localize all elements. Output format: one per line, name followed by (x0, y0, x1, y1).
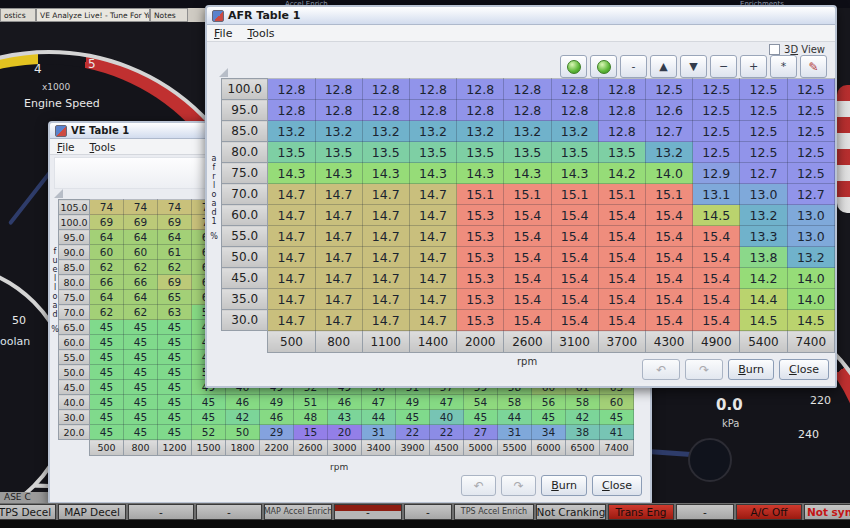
tab-notes[interactable]: Notes (150, 8, 188, 22)
afr-cell[interactable]: 12.8 (598, 121, 645, 142)
afr-cell[interactable]: 12.8 (362, 79, 409, 100)
ve-cell[interactable]: 15 (294, 425, 328, 440)
ve-close-button[interactable]: Close (592, 475, 642, 496)
ve-cell[interactable]: 45 (90, 320, 124, 335)
afr-cell[interactable]: 15.1 (457, 184, 504, 205)
afr-cell[interactable]: 15.3 (457, 247, 504, 268)
afr-cell[interactable]: 14.7 (362, 184, 409, 205)
ve-cell[interactable]: 62 (90, 260, 124, 275)
afr-cell[interactable]: 13.2 (740, 205, 787, 226)
afr-cell[interactable]: 14.7 (268, 268, 315, 289)
afr-cell[interactable]: 15.4 (504, 310, 551, 331)
afr-cell[interactable]: 13.0 (787, 205, 834, 226)
afr-undo-button[interactable]: ↶ (642, 359, 680, 380)
ve-cell[interactable]: 65 (158, 290, 192, 305)
afr-cell[interactable]: 12.8 (551, 79, 598, 100)
ve-cell[interactable]: 58 (498, 395, 532, 410)
afr-cell[interactable]: 13.2 (362, 121, 409, 142)
ve-cell[interactable]: 47 (362, 395, 396, 410)
afr-cell[interactable]: 15.3 (457, 205, 504, 226)
decrement-button[interactable]: − (710, 55, 737, 78)
afr-cell[interactable]: 12.8 (551, 100, 598, 121)
ve-cell[interactable]: 38 (566, 425, 600, 440)
afr-cell[interactable]: 14.2 (598, 163, 645, 184)
ve-cell[interactable]: 56 (532, 395, 566, 410)
afr-cell[interactable]: 14.7 (315, 226, 362, 247)
afr-cell[interactable]: 13.5 (457, 142, 504, 163)
afr-cell[interactable]: 12.7 (787, 184, 834, 205)
afr-cell[interactable]: 13.5 (315, 142, 362, 163)
ve-cell[interactable]: 45 (158, 350, 192, 365)
afr-cell[interactable]: 14.5 (693, 205, 740, 226)
afr-menu-tools[interactable]: Tools (247, 27, 274, 40)
ve-cell[interactable]: 43 (328, 410, 362, 425)
ve-cell[interactable]: 29 (260, 425, 294, 440)
afr-cell[interactable]: 14.3 (268, 163, 315, 184)
afr-cell[interactable]: 12.7 (740, 163, 787, 184)
ve-cell[interactable]: 22 (396, 425, 430, 440)
afr-cell[interactable]: 15.1 (504, 184, 551, 205)
afr-cell[interactable]: 12.8 (457, 100, 504, 121)
afr-cell[interactable]: 15.4 (693, 247, 740, 268)
ve-menu-file[interactable]: File (57, 141, 75, 153)
afr-cell[interactable]: 13.0 (740, 184, 787, 205)
afr-cell[interactable]: 15.4 (693, 310, 740, 331)
afr-cell[interactable]: 12.8 (504, 79, 551, 100)
edit-pencil-icon[interactable]: ✎ (800, 55, 827, 78)
ve-cell[interactable]: 44 (362, 410, 396, 425)
afr-cell[interactable]: 15.4 (504, 205, 551, 226)
afr-cell[interactable]: 12.5 (740, 79, 787, 100)
afr-cell[interactable]: 13.2 (551, 121, 598, 142)
ve-cell[interactable]: 69 (158, 215, 192, 230)
afr-cell[interactable]: 14.7 (315, 205, 362, 226)
ve-cell[interactable]: 45 (600, 410, 634, 425)
afr-cell[interactable]: 14.7 (409, 184, 456, 205)
afr-cell[interactable]: 14.7 (362, 205, 409, 226)
ve-cell[interactable]: 49 (396, 395, 430, 410)
afr-redo-button[interactable]: ↷ (685, 359, 723, 380)
afr-cell[interactable]: 14.7 (409, 226, 456, 247)
ve-cell[interactable]: 64 (90, 230, 124, 245)
afr-cell[interactable]: 15.4 (551, 226, 598, 247)
afr-cell[interactable]: 14.7 (268, 289, 315, 310)
afr-cell[interactable]: 13.5 (268, 142, 315, 163)
afr-cell[interactable]: 12.8 (268, 100, 315, 121)
ve-cell[interactable]: 45 (90, 335, 124, 350)
afr-cell[interactable]: 14.0 (787, 289, 834, 310)
ve-cell[interactable]: 45 (90, 365, 124, 380)
afr-cell[interactable]: 12.9 (693, 163, 740, 184)
afr-cell[interactable]: 14.3 (504, 163, 551, 184)
view-3d-checkbox[interactable] (769, 44, 780, 55)
afr-cell[interactable]: 15.4 (598, 310, 645, 331)
afr-cell[interactable]: 14.7 (315, 268, 362, 289)
ve-cell[interactable]: 66 (90, 275, 124, 290)
afr-cell[interactable]: 15.4 (645, 310, 692, 331)
ve-cell[interactable]: 45 (90, 380, 124, 395)
afr-cell[interactable]: 14.7 (362, 268, 409, 289)
scale-button[interactable]: * (770, 55, 797, 78)
ve-cell[interactable]: 51 (294, 395, 328, 410)
ve-cell[interactable]: 45 (532, 410, 566, 425)
ve-cell[interactable]: 69 (158, 275, 192, 290)
afr-cell[interactable]: 15.3 (457, 289, 504, 310)
ve-cell[interactable]: 46 (226, 395, 260, 410)
afr-cell[interactable]: 14.2 (740, 268, 787, 289)
afr-cell[interactable]: 13.2 (645, 142, 692, 163)
afr-cell[interactable]: 15.4 (598, 226, 645, 247)
afr-cell[interactable]: 12.8 (409, 100, 456, 121)
afr-cell[interactable]: 14.7 (268, 205, 315, 226)
afr-cell[interactable]: 14.7 (409, 268, 456, 289)
ve-cell[interactable]: 45 (124, 320, 158, 335)
tab-ve-analyze-live[interactable]: VE Analyze Live! - Tune For You (36, 8, 150, 22)
ve-cell[interactable]: 45 (124, 350, 158, 365)
ve-cell[interactable]: 34 (532, 425, 566, 440)
ve-cell[interactable]: 45 (90, 425, 124, 440)
afr-cell[interactable]: 12.8 (409, 79, 456, 100)
afr-cell[interactable]: 14.7 (409, 247, 456, 268)
ve-cell[interactable]: 45 (124, 425, 158, 440)
ve-cell[interactable]: 74 (124, 200, 158, 215)
ve-cell[interactable]: 49 (260, 395, 294, 410)
afr-cell[interactable]: 13.5 (409, 142, 456, 163)
afr-cell[interactable]: 12.5 (693, 142, 740, 163)
ve-cell[interactable]: 45 (192, 395, 226, 410)
